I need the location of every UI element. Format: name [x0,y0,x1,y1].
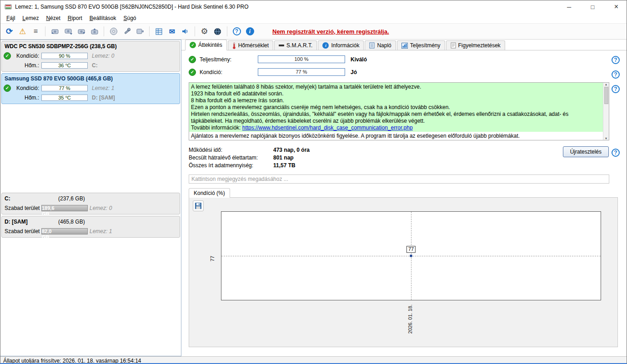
tab-smart[interactable]: S.M.A.R.T. [274,40,317,50]
tab-homerseklet[interactable]: Hőmérséklet [228,40,273,50]
temperature-value: 35 °C [42,95,87,100]
menu-sugo[interactable]: Súgó [120,14,140,22]
performance-bar: 100 % [258,55,345,63]
menu-beallitasok[interactable]: Beállítások [86,14,120,22]
condition-bar: 77 % [41,85,88,91]
partition-name: D: [SAM] [4,219,58,225]
condition-value: 77 % [258,69,345,75]
scroll-up-icon[interactable]: ▲ [605,83,608,86]
notes-button[interactable] [153,25,165,38]
tab-label: Napló [377,42,391,49]
tab-label: Hőmérséklet [238,42,269,49]
disk-number: Lemez: 0 [92,53,114,59]
health-message-box: A lemez felületén található 8 hibás szek… [189,82,609,140]
condition-bar: 77 % [258,68,345,76]
health-message: 8 hiba fordult elő a lemezre írás során. [191,97,601,104]
disk-arrow-right-icon [77,28,86,35]
disk-name: Samsung SSD 870 EVO 500GB (465,8 GB) [4,75,178,83]
globe-icon [214,28,221,35]
temperature-value: 36 °C [42,63,87,68]
scroll-thumb[interactable] [604,87,608,104]
tab-attekintes[interactable]: ✓ Áttekintés [185,40,227,50]
tab-naplo[interactable]: Napló [365,40,396,50]
sound-alert-button[interactable] [179,25,191,38]
health-ok-icon: ✓ [4,85,11,92]
menu-nezet[interactable]: Nézet [42,14,64,22]
disk-eject-icon [90,28,99,35]
help-button[interactable]: ? [231,25,243,38]
chart-x-axis-label: 2026. 01. 18. [407,304,413,334]
help-icon-retest[interactable]: ? [612,149,620,157]
performance-label: Teljesítmény: [200,56,258,63]
tab-figyelmeztetesek[interactable]: Figyelmeztetések [446,40,505,50]
power-on-time-value: 473 nap, 0 óra [273,147,310,153]
disk-tool-3-button[interactable] [75,25,87,38]
disk-number: Lemez: 1 [90,228,112,234]
close-button[interactable]: × [606,0,627,13]
main-panel: ✓ Áttekintés Hőmérséklet S.M.A.R.T. i In… [181,40,627,356]
free-space-bar: 82,0 GB [41,228,88,234]
partition-card-c[interactable]: C: (237,6 GB) Szabad terület 189,6 GB Le… [1,193,180,214]
surface-test-button[interactable]: ⚠ [16,25,29,38]
maximize-button[interactable]: □ [582,0,603,13]
email-button[interactable]: ✉ [166,25,178,38]
tools-button[interactable] [120,25,133,38]
menu-fajl[interactable]: Fájl [3,14,19,22]
status-text: Állapot utoljára frissítve: 2026. 01. 18… [3,358,141,364]
window-title: Lemez: 1, Samsung SSD 870 EVO 500GB [S62… [15,4,556,10]
alerts-page-icon [451,42,456,49]
condition-label: Kondíció: [14,85,39,91]
about-button[interactable]: i [244,25,256,38]
settings-button[interactable]: ⚙ [198,25,211,38]
disk-number: Lemez: 0 [90,205,112,211]
tab-informaciok[interactable]: i Információk [318,40,364,50]
help-icon-condition[interactable]: ? [612,70,620,79]
menu-lemez[interactable]: Lemez [19,14,42,22]
registration-notice[interactable]: Nem regisztrált verzió, kérem regisztrál… [272,28,389,35]
mail-icon: ✉ [169,27,175,36]
drive-letter: C: [92,62,98,69]
refresh-button[interactable]: ⟳ [3,25,15,38]
disk-card-samsung[interactable]: Samsung SSD 870 EVO 500GB (465,8 GB) ✓ K… [1,73,180,104]
minimize-button[interactable]: ─ [559,0,579,13]
warning-icon: ⚠ [19,27,26,36]
health-message: A lemez felületén található 8 hibás szek… [191,84,601,90]
performance-value: 100 % [258,56,345,63]
menubar: Fájl Lemez Nézet Riport Beállítások Súgó [0,13,627,23]
toolbar-separator [45,26,45,36]
save-chart-button[interactable] [193,200,204,211]
retest-button[interactable]: Újratesztelés [563,146,609,157]
condition-bar: 90 % [41,53,88,59]
online-button[interactable] [211,25,224,38]
disk-arrow-left-icon [50,28,60,35]
help-icon-gauges[interactable]: ? [612,56,620,64]
scroll-down-icon[interactable]: ▼ [605,137,608,140]
info-icon: i [322,42,329,49]
disk-tool-2-button[interactable] [62,25,74,38]
refresh-icon: ⟳ [6,26,13,36]
devices-button[interactable] [134,25,146,38]
chart-tab-kondicio[interactable]: Kondíció (%) [189,188,230,198]
tab-label: Információk [331,42,359,49]
temperature-label: Hőm.: [14,62,39,69]
disk-tool-4-button[interactable] [88,25,100,38]
power-on-time-label: Működési idő: [189,147,273,153]
menu-riport[interactable]: Riport [64,14,86,22]
partition-card-d[interactable]: D: [SAM] (465,8 GB) Szabad terület 82,0 … [1,216,180,238]
partition-list: C: (237,6 GB) Szabad terület 189,6 GB Le… [1,193,180,239]
burn-disc-button[interactable] [107,25,120,38]
more-info-link[interactable]: https://www.hdsentinel.com/hard_disk_cas… [242,125,413,131]
gear-icon: ⚙ [201,26,208,36]
help-icon-messages[interactable]: ? [612,85,620,93]
report-list-button[interactable]: ≡ [30,25,42,38]
toolbar-separator [149,26,150,36]
message-scrollbar[interactable]: ▲ ▼ [603,83,609,140]
comment-input[interactable] [189,175,609,184]
more-info-label: További információk: [191,125,242,131]
check-icon: ✓ [190,42,196,48]
info-icon: i [246,27,254,35]
disk-card-wdc[interactable]: WDC PC SN530 SDBPMPZ-256G (238,5 GB) ✓ K… [1,41,180,72]
disk-list-panel: WDC PC SN530 SDBPMPZ-256G (238,5 GB) ✓ K… [0,40,181,356]
disk-tool-1-button[interactable] [49,25,61,38]
tab-teljesitmeny[interactable]: Teljesítmény [397,40,445,50]
